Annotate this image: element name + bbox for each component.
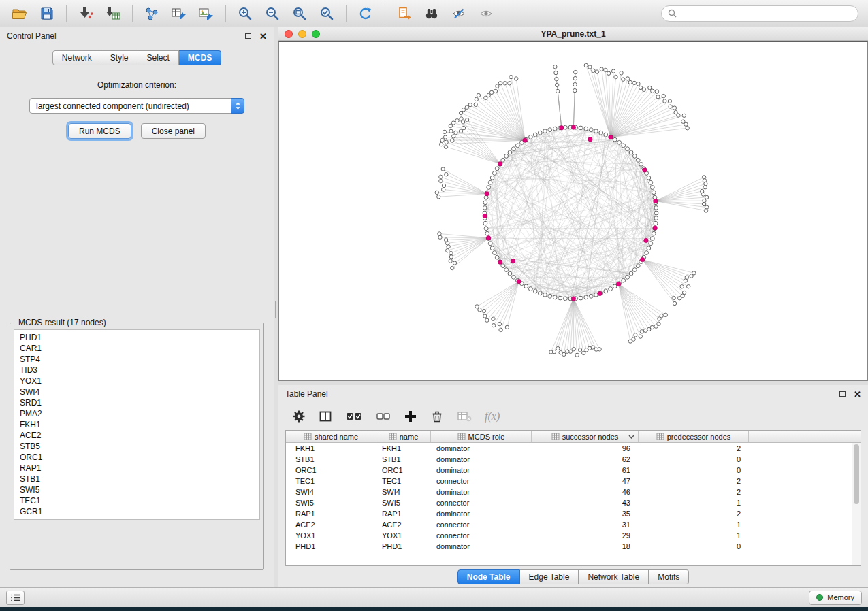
network-node[interactable] (642, 88, 645, 91)
mcds-result-list[interactable]: PHD1CAR1STP4TID3YOX1SWI4SRD1PMA2FKH1ACE2… (14, 329, 260, 520)
network-node[interactable] (654, 199, 658, 203)
network-node[interactable] (508, 271, 512, 276)
network-node[interactable] (498, 82, 502, 85)
network-node[interactable] (445, 140, 448, 144)
network-node[interactable] (673, 301, 676, 305)
network-node[interactable] (459, 111, 462, 114)
zoom-out-button[interactable] (259, 3, 285, 24)
export-image-button[interactable] (193, 3, 219, 24)
network-node[interactable] (505, 325, 509, 329)
network-node[interactable] (447, 245, 450, 248)
network-node[interactable] (669, 105, 672, 108)
float-panel-icon[interactable] (245, 33, 251, 39)
close-window-icon[interactable] (285, 30, 293, 38)
network-node[interactable] (640, 330, 643, 333)
network-node[interactable] (524, 284, 528, 288)
network-node[interactable] (538, 291, 542, 295)
network-node[interactable] (673, 106, 676, 110)
network-node[interactable] (495, 167, 499, 171)
network-node[interactable] (504, 154, 509, 159)
network-node[interactable] (672, 296, 675, 299)
network-node[interactable] (677, 114, 680, 117)
network-node[interactable] (442, 184, 445, 187)
search-box[interactable] (661, 5, 858, 22)
network-node[interactable] (589, 294, 593, 298)
search-input[interactable] (681, 9, 852, 18)
network-node[interactable] (594, 293, 598, 297)
network-canvas[interactable] (279, 42, 867, 380)
mcds-result-item[interactable]: STP4 (14, 354, 259, 365)
tab-select[interactable]: Select (138, 50, 179, 65)
network-node[interactable] (639, 335, 642, 338)
new-network-button[interactable] (139, 3, 165, 24)
network-node[interactable] (701, 193, 705, 196)
network-node[interactable] (588, 137, 592, 142)
network-node[interactable] (600, 67, 603, 71)
network-node[interactable] (512, 275, 516, 279)
network-node[interactable] (538, 131, 542, 135)
network-node[interactable] (554, 71, 558, 74)
mcds-result-item[interactable]: STB5 (14, 441, 259, 452)
import-table-button[interactable] (100, 3, 126, 24)
network-node[interactable] (579, 126, 583, 130)
network-node[interactable] (628, 340, 632, 343)
network-node[interactable] (616, 282, 620, 286)
network-node[interactable] (641, 257, 645, 261)
network-node[interactable] (655, 90, 658, 93)
network-node[interactable] (485, 231, 489, 235)
close-panel-icon[interactable]: ✕ (259, 32, 267, 41)
mcds-result-item[interactable]: CAR1 (14, 343, 259, 354)
network-node[interactable] (609, 287, 613, 291)
network-node[interactable] (687, 285, 690, 288)
column-header-successor-nodes[interactable]: successor nodes (532, 431, 639, 442)
table-row[interactable]: SWI5SWI5connector431 (286, 497, 861, 508)
network-node[interactable] (644, 238, 648, 242)
network-node[interactable] (487, 93, 490, 97)
network-node[interactable] (588, 65, 592, 69)
network-node[interactable] (483, 214, 487, 218)
network-node[interactable] (449, 255, 453, 259)
network-node[interactable] (681, 120, 685, 123)
network-node[interactable] (574, 70, 577, 73)
network-node[interactable] (477, 93, 480, 97)
network-node[interactable] (533, 289, 537, 293)
network-node[interactable] (484, 96, 487, 99)
network-node[interactable] (548, 294, 552, 298)
table-row[interactable]: RAP1RAP1dominator352 (286, 508, 861, 519)
column-header-mcds-role[interactable]: MCDS role (431, 431, 532, 442)
mcds-result-item[interactable]: FKH1 (14, 419, 259, 430)
network-node[interactable] (449, 251, 453, 254)
network-node[interactable] (492, 317, 495, 320)
network-node[interactable] (649, 242, 653, 246)
network-node[interactable] (594, 129, 598, 133)
network-node[interactable] (499, 328, 502, 331)
network-node[interactable] (490, 176, 494, 180)
mcds-result-item[interactable]: PHD1 (14, 332, 259, 343)
close-panel-button[interactable]: Close panel (141, 123, 206, 139)
network-node[interactable] (509, 75, 513, 78)
network-node[interactable] (611, 69, 615, 73)
network-node[interactable] (508, 82, 511, 85)
network-node[interactable] (468, 103, 472, 106)
network-node[interactable] (553, 65, 557, 69)
network-node[interactable] (662, 94, 665, 97)
mcds-result-item[interactable]: ACE2 (14, 430, 259, 441)
network-node[interactable] (508, 150, 512, 154)
network-node[interactable] (517, 279, 521, 283)
mcds-result-item[interactable]: TEC1 (14, 495, 259, 506)
network-node[interactable] (466, 118, 469, 122)
network-node[interactable] (629, 150, 633, 154)
network-node[interactable] (439, 179, 443, 182)
network-node[interactable] (449, 259, 452, 263)
network-node[interactable] (684, 279, 687, 282)
network-node[interactable] (653, 226, 657, 230)
add-column-button[interactable] (404, 410, 417, 423)
network-node[interactable] (483, 314, 487, 318)
panel-splitter[interactable] (274, 27, 278, 587)
network-node[interactable] (613, 137, 617, 142)
network-node[interactable] (678, 297, 681, 300)
network-node[interactable] (682, 114, 686, 117)
network-node[interactable] (632, 154, 637, 159)
network-node[interactable] (578, 348, 581, 352)
network-node[interactable] (572, 348, 575, 351)
